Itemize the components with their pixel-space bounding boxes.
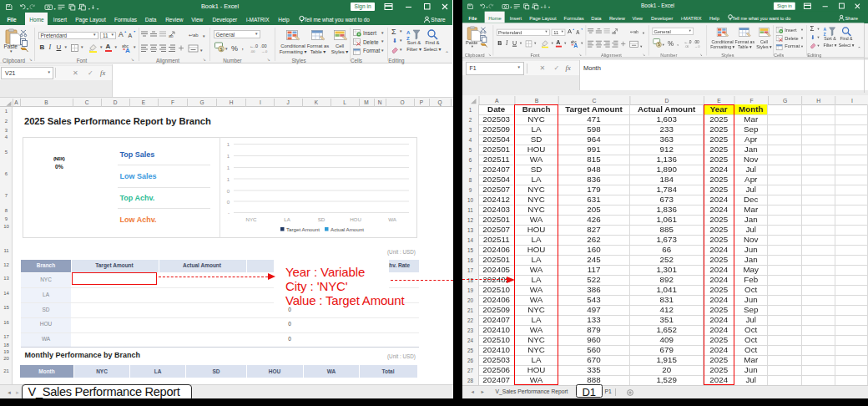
svg-text:H: H	[230, 99, 234, 105]
svg-text:C: C	[592, 97, 596, 103]
svg-text:↩ab: ↩ab	[629, 29, 638, 34]
svg-text:Z: Z	[406, 35, 410, 40]
svg-text:HOU: HOU	[350, 216, 361, 222]
svg-text:Q: Q	[437, 99, 442, 106]
svg-text:.00: .00	[684, 45, 689, 48]
svg-text:▾: ▾	[532, 6, 533, 9]
svg-text:Z: Z	[823, 32, 826, 37]
svg-text:→.0: →.0	[261, 49, 268, 53]
svg-text:▼: ▼	[639, 43, 643, 48]
svg-text:F: F	[171, 99, 174, 105]
svg-text:$: $	[658, 43, 660, 48]
svg-text:▼: ▼	[202, 34, 205, 38]
svg-text:↩ab: ↩ab	[189, 33, 199, 38]
svg-text:WA: WA	[388, 216, 397, 222]
svg-text:←.0: ←.0	[684, 40, 691, 44]
svg-text:G: G	[783, 97, 787, 103]
svg-text:▾: ▾	[548, 6, 550, 9]
svg-text:M: M	[364, 99, 368, 105]
svg-text:.00: .00	[260, 43, 267, 48]
svg-text:L: L	[343, 99, 346, 105]
svg-text:NYC: NYC	[245, 216, 257, 222]
svg-text:B: B	[44, 99, 48, 105]
svg-text:I: I	[850, 97, 852, 103]
svg-text:B: B	[534, 97, 538, 103]
svg-text:J: J	[286, 99, 289, 105]
svg-text:ab: ab	[169, 33, 174, 38]
svg-text:▾: ▾	[88, 6, 91, 10]
svg-text:LA: LA	[284, 216, 290, 222]
svg-text:,: ,	[242, 43, 244, 51]
svg-text:1: 1	[227, 154, 230, 159]
svg-text:-: -	[228, 211, 230, 216]
svg-text:C: C	[85, 99, 89, 105]
svg-text:D: D	[114, 99, 118, 105]
svg-text:F: F	[749, 97, 753, 103]
svg-text:▼: ▼	[641, 31, 644, 35]
svg-text:%: %	[667, 40, 673, 48]
svg-text:E: E	[717, 97, 721, 103]
svg-text:O: O	[400, 99, 404, 105]
svg-text:K: K	[315, 99, 319, 105]
svg-text:▾: ▾	[54, 6, 57, 10]
svg-text:0: 0	[227, 199, 230, 204]
svg-text:A: A	[573, 42, 578, 48]
svg-text:Actual Amount: Actual Amount	[331, 226, 364, 231]
svg-text:A: A	[125, 46, 130, 53]
svg-text:%: %	[231, 44, 238, 53]
svg-text:G: G	[199, 99, 204, 105]
svg-text:N: N	[378, 99, 382, 105]
svg-text:▾: ▾	[486, 6, 487, 9]
svg-text:.00: .00	[250, 49, 255, 53]
svg-text:▼: ▼	[199, 48, 203, 53]
svg-text:A: A	[494, 97, 498, 103]
svg-text:→.0: →.0	[694, 45, 699, 48]
svg-text:E: E	[142, 99, 146, 105]
svg-text:,: ,	[677, 39, 679, 47]
svg-text:H: H	[816, 97, 820, 103]
svg-text:1: 1	[227, 165, 230, 170]
svg-text:▾: ▾	[27, 6, 29, 10]
svg-text:ab: ab	[612, 30, 616, 34]
svg-text:▾: ▾	[510, 6, 512, 9]
svg-text:←.0: ←.0	[250, 43, 258, 48]
svg-text:A: A	[406, 30, 411, 35]
svg-text:1: 1	[227, 176, 230, 181]
svg-text:P: P	[420, 99, 423, 105]
svg-text:I: I	[260, 99, 261, 105]
svg-text:A: A	[14, 99, 18, 105]
svg-text:▾: ▾	[540, 6, 542, 9]
svg-text:▼: ▼	[225, 47, 228, 51]
svg-text:1: 1	[227, 142, 230, 147]
svg-text:0: 0	[227, 188, 230, 193]
svg-text:Target Amount: Target Amount	[286, 226, 320, 231]
svg-text:SD: SD	[318, 216, 326, 222]
svg-text:▾: ▾	[97, 6, 99, 10]
svg-text:.00: .00	[694, 40, 699, 44]
svg-text:D: D	[664, 97, 669, 103]
svg-text:▼: ▼	[661, 43, 664, 47]
